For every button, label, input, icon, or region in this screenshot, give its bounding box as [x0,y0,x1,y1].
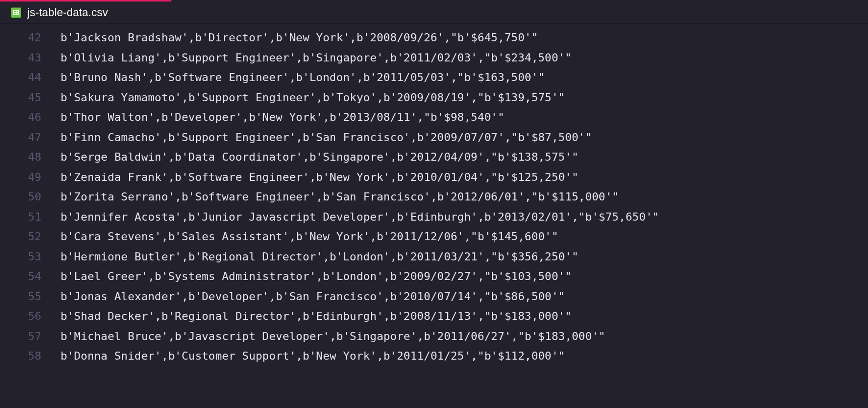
line-number: 42 [0,28,41,48]
line-number: 48 [0,147,41,167]
line-number: 54 [0,266,41,287]
csv-file-icon [11,8,21,18]
line-number: 52 [0,227,41,247]
line-number: 50 [0,187,41,207]
code-editor[interactable]: 4243444546474849505152535455565758 b'Jac… [0,24,868,366]
code-line[interactable]: b'Shad Decker',b'Regional Director',b'Ed… [60,306,868,326]
code-line[interactable]: b'Olivia Liang',b'Support Engineer',b'Si… [60,48,868,68]
code-line[interactable]: b'Thor Walton',b'Developer',b'New York',… [60,107,868,127]
code-line[interactable]: b'Donna Snider',b'Customer Support',b'Ne… [60,346,868,366]
line-number: 53 [0,247,41,267]
code-line[interactable]: b'Michael Bruce',b'Javascript Developer'… [60,326,868,347]
code-line[interactable]: b'Lael Greer',b'Systems Administrator',b… [60,266,868,287]
line-number: 47 [0,127,41,148]
code-line[interactable]: b'Cara Stevens',b'Sales Assistant',b'New… [60,227,868,247]
code-line[interactable]: b'Finn Camacho',b'Support Engineer',b'Sa… [60,127,868,148]
line-number: 44 [0,67,41,88]
code-line[interactable]: b'Sakura Yamamoto',b'Support Engineer',b… [60,88,868,108]
code-line[interactable]: b'Jennifer Acosta',b'Junior Javascript D… [60,207,868,227]
line-number: 49 [0,167,41,187]
code-line[interactable]: b'Jackson Bradshaw',b'Director',b'New Yo… [60,28,868,48]
code-line[interactable]: b'Bruno Nash',b'Software Engineer',b'Lon… [60,67,868,88]
line-number: 56 [0,306,41,326]
line-number: 51 [0,207,41,227]
line-number: 46 [0,107,41,127]
line-number: 57 [0,326,41,347]
svg-rect-4 [16,10,17,15]
code-line[interactable]: b'Hermione Butler',b'Regional Director',… [60,247,868,267]
code-line[interactable]: b'Zorita Serrano',b'Software Engineer',b… [60,187,868,207]
svg-rect-3 [13,10,14,15]
editor-tab-bar: js-table-data.csv [0,2,868,24]
line-number: 45 [0,88,41,108]
code-content[interactable]: b'Jackson Bradshaw',b'Director',b'New Yo… [46,28,868,366]
line-number: 43 [0,48,41,68]
svg-rect-5 [18,10,19,15]
code-line[interactable]: b'Jonas Alexander',b'Developer',b'San Fr… [60,287,868,307]
gutter: 4243444546474849505152535455565758 [0,28,46,366]
code-line[interactable]: b'Serge Baldwin',b'Data Coordinator',b'S… [60,147,868,167]
line-number: 58 [0,346,41,366]
line-number: 55 [0,287,41,307]
tab-filename[interactable]: js-table-data.csv [27,6,108,19]
code-line[interactable]: b'Zenaida Frank',b'Software Engineer',b'… [60,167,868,187]
